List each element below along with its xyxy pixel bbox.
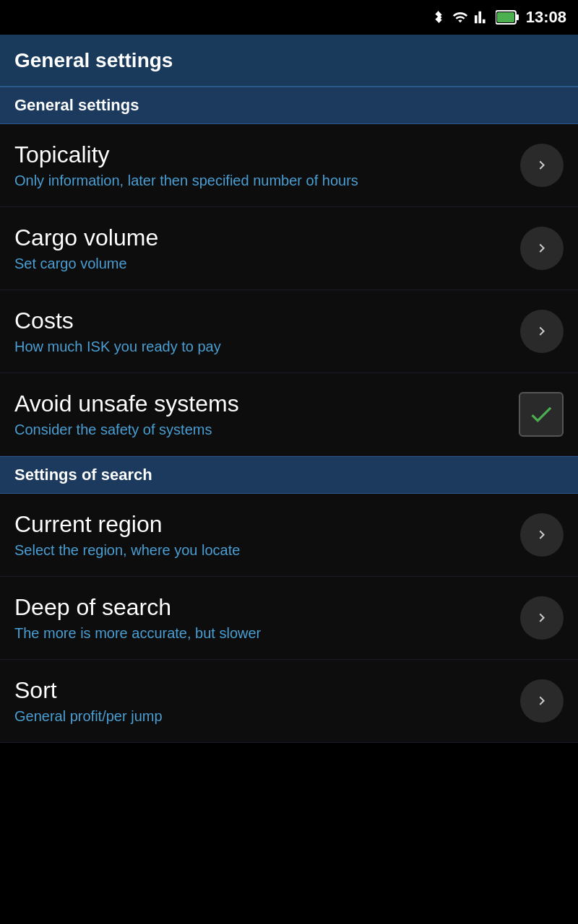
- deep-search-chevron-button[interactable]: [520, 596, 564, 640]
- settings-item-deep-search[interactable]: Deep of search The more is more accurate…: [0, 577, 578, 660]
- settings-item-costs-title: Costs: [14, 308, 520, 334]
- chevron-right-icon: [533, 526, 551, 544]
- settings-item-current-region[interactable]: Current region Select the region, where …: [0, 494, 578, 577]
- wifi-icon: [452, 9, 468, 25]
- settings-item-cargo-volume-text: Cargo volume Set cargo volume: [14, 225, 520, 272]
- chevron-right-icon: [533, 692, 551, 710]
- status-icons: [431, 9, 519, 25]
- settings-item-avoid-unsafe-title: Avoid unsafe systems: [14, 391, 519, 417]
- signal-icon: [474, 9, 490, 25]
- checkmark-icon: [527, 401, 555, 428]
- status-time: 13:08: [526, 8, 566, 27]
- svg-rect-2: [497, 12, 514, 22]
- bluetooth-icon: [431, 9, 447, 25]
- settings-item-avoid-unsafe-subtitle: Consider the safety of systems: [14, 422, 519, 438]
- svg-rect-1: [516, 14, 519, 20]
- settings-item-topicality-subtitle: Only information, later then specified n…: [14, 173, 520, 189]
- settings-item-avoid-unsafe-text: Avoid unsafe systems Consider the safety…: [14, 391, 519, 438]
- settings-item-current-region-subtitle: Select the region, where you locate: [14, 542, 520, 559]
- section-header-search: Settings of search: [0, 456, 578, 494]
- settings-item-costs-subtitle: How much ISK you ready to pay: [14, 339, 520, 355]
- chevron-right-icon: [533, 240, 551, 257]
- sort-chevron-button[interactable]: [520, 679, 564, 723]
- costs-chevron-button[interactable]: [520, 310, 564, 353]
- settings-item-sort-text: Sort General profit/per jump: [14, 677, 520, 725]
- settings-item-deep-search-text: Deep of search The more is more accurate…: [14, 594, 520, 642]
- action-bar-title: General settings: [14, 49, 173, 72]
- section-header-search-title: Settings of search: [14, 466, 152, 484]
- settings-item-costs-text: Costs How much ISK you ready to pay: [14, 308, 520, 355]
- action-bar: General settings: [0, 35, 578, 87]
- settings-item-topicality-text: Topicality Only information, later then …: [14, 141, 520, 189]
- section-header-general: General settings: [0, 87, 578, 124]
- settings-item-avoid-unsafe[interactable]: Avoid unsafe systems Consider the safety…: [0, 373, 578, 456]
- settings-item-costs[interactable]: Costs How much ISK you ready to pay: [0, 290, 578, 373]
- settings-item-sort-title: Sort: [14, 677, 520, 704]
- section-header-general-title: General settings: [14, 96, 139, 115]
- settings-item-deep-search-subtitle: The more is more accurate, but slower: [14, 625, 520, 642]
- chevron-right-icon: [533, 157, 551, 174]
- settings-item-sort[interactable]: Sort General profit/per jump: [0, 660, 578, 743]
- avoid-unsafe-checkbox[interactable]: [519, 392, 564, 437]
- settings-item-cargo-volume[interactable]: Cargo volume Set cargo volume: [0, 207, 578, 290]
- cargo-volume-chevron-button[interactable]: [520, 227, 564, 270]
- battery-icon: [496, 9, 519, 25]
- current-region-chevron-button[interactable]: [520, 513, 564, 557]
- status-bar: 13:08: [0, 0, 578, 35]
- settings-item-current-region-text: Current region Select the region, where …: [14, 511, 520, 559]
- settings-item-cargo-volume-subtitle: Set cargo volume: [14, 256, 520, 272]
- settings-item-topicality[interactable]: Topicality Only information, later then …: [0, 124, 578, 207]
- settings-item-topicality-title: Topicality: [14, 141, 520, 168]
- chevron-right-icon: [533, 609, 551, 627]
- settings-item-sort-subtitle: General profit/per jump: [14, 708, 520, 725]
- settings-item-current-region-title: Current region: [14, 511, 520, 538]
- settings-item-cargo-volume-title: Cargo volume: [14, 225, 520, 251]
- topicality-chevron-button[interactable]: [520, 144, 564, 187]
- settings-item-deep-search-title: Deep of search: [14, 594, 520, 621]
- chevron-right-icon: [533, 323, 551, 340]
